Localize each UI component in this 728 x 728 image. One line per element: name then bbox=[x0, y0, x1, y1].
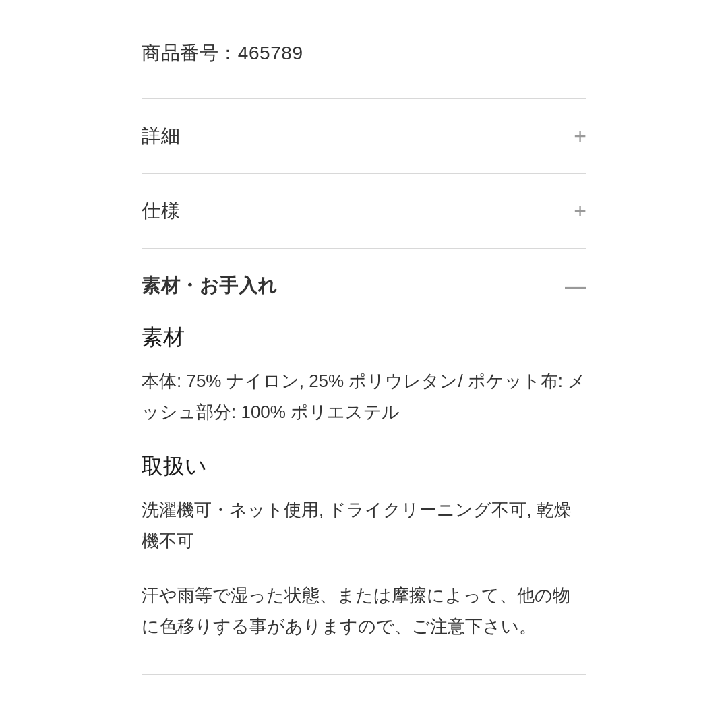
accordion-icon-material-care: — bbox=[565, 275, 586, 297]
care-section-body: 洗濯機可・ネット使用, ドライクリーニング不可, 乾燥機不可 bbox=[142, 495, 586, 556]
accordion-icon-specs: + bbox=[574, 200, 586, 222]
care-warning-text: 汗や雨等で湿った状態、または摩擦によって、他の物に色移りする事がありますので、ご… bbox=[142, 580, 586, 642]
page-container: 商品番号：465789 詳細 + 仕様 + 素材・お手入れ — 素材 本体: 7… bbox=[0, 0, 728, 715]
accordion-toggle-material-care[interactable]: 素材・お手入れ — bbox=[142, 249, 586, 315]
care-section-title: 取扱い bbox=[142, 452, 586, 481]
accordion-item-details: 詳細 + bbox=[142, 98, 586, 173]
material-section-title: 素材 bbox=[142, 323, 586, 353]
accordion-label-details: 詳細 bbox=[142, 123, 180, 149]
accordion-item-specs: 仕様 + bbox=[142, 173, 586, 248]
accordion-label-specs: 仕様 bbox=[142, 198, 180, 224]
bottom-divider bbox=[142, 674, 586, 675]
accordion-label-material-care: 素材・お手入れ bbox=[142, 273, 278, 299]
accordion-toggle-specs[interactable]: 仕様 + bbox=[142, 174, 586, 248]
accordion-content-material-care: 素材 本体: 75% ナイロン, 25% ポリウレタン/ ポケット布: メッシュ… bbox=[142, 323, 586, 674]
accordion-toggle-details[interactable]: 詳細 + bbox=[142, 99, 586, 173]
accordion-item-material-care: 素材・お手入れ — 素材 本体: 75% ナイロン, 25% ポリウレタン/ ポ… bbox=[142, 248, 586, 674]
accordion-icon-details: + bbox=[574, 125, 586, 147]
product-number: 商品番号：465789 bbox=[142, 40, 586, 66]
material-section-body: 本体: 75% ナイロン, 25% ポリウレタン/ ポケット布: メッシュ部分:… bbox=[142, 366, 586, 427]
